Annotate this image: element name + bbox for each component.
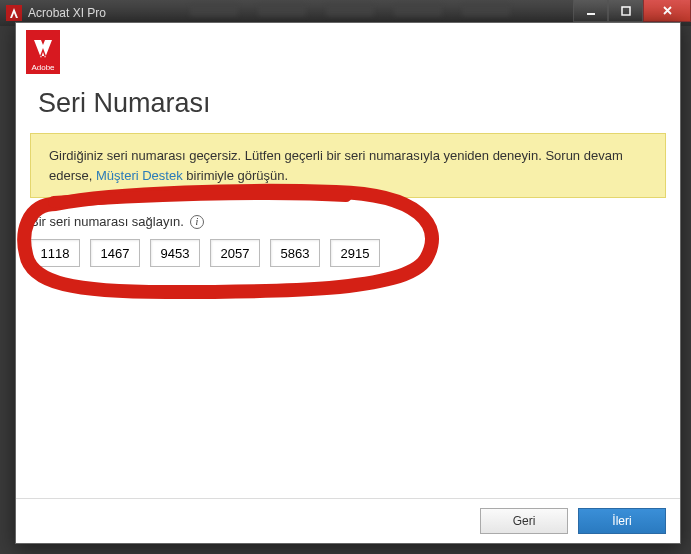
dialog-title: Seri Numarası: [38, 88, 670, 119]
serial-field-4[interactable]: [210, 239, 260, 267]
dialog-header: Adobe Seri Numarası: [16, 23, 680, 133]
dialog-footer: Geri İleri: [16, 498, 680, 543]
acrobat-app-icon: [6, 5, 22, 21]
minimize-icon: [586, 6, 596, 16]
close-icon: [662, 5, 673, 16]
outer-window: Acrobat XI Pro Adobe Seri Numarası: [0, 0, 691, 554]
serial-inputs: [30, 239, 666, 267]
serial-dialog: Adobe Seri Numarası Girdiğiniz seri numa…: [15, 22, 681, 544]
serial-section: Bir seri numarası sağlayın. i: [30, 214, 666, 498]
warning-box: Girdiğiniz seri numarası geçersiz. Lütfe…: [30, 133, 666, 198]
adobe-logo-text: Adobe: [31, 63, 54, 72]
maximize-icon: [621, 6, 631, 16]
next-button[interactable]: İleri: [578, 508, 666, 534]
back-button[interactable]: Geri: [480, 508, 568, 534]
serial-label-row: Bir seri numarası sağlayın. i: [30, 214, 666, 229]
adobe-logo: Adobe: [26, 30, 60, 74]
close-button[interactable]: [643, 0, 691, 22]
blurred-menu: [190, 4, 510, 16]
serial-field-3[interactable]: [150, 239, 200, 267]
outer-window-title: Acrobat XI Pro: [28, 6, 106, 20]
warning-text-post: birimiyle görüşün.: [183, 168, 289, 183]
serial-field-1[interactable]: [30, 239, 80, 267]
minimize-button[interactable]: [573, 0, 608, 22]
svg-rect-1: [622, 7, 630, 15]
adobe-a-icon: [31, 37, 55, 61]
info-icon[interactable]: i: [190, 215, 204, 229]
maximize-button[interactable]: [608, 0, 643, 22]
serial-field-5[interactable]: [270, 239, 320, 267]
support-link[interactable]: Müşteri Destek: [96, 168, 183, 183]
serial-field-2[interactable]: [90, 239, 140, 267]
svg-rect-0: [587, 13, 595, 15]
serial-label: Bir seri numarası sağlayın.: [30, 214, 184, 229]
serial-field-6[interactable]: [330, 239, 380, 267]
window-controls: [573, 0, 691, 22]
